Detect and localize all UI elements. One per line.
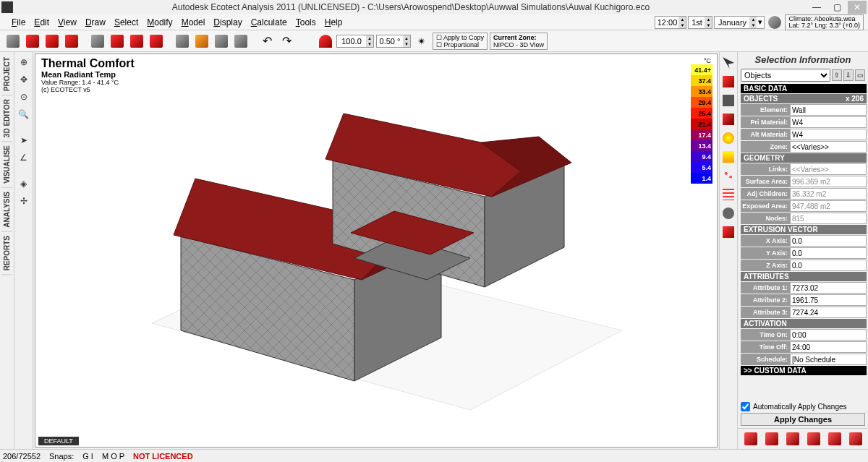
status-gi[interactable]: G I [82,452,93,461]
status-bar: 206/72552 Snaps: G I M O P NOT LICENCED [0,449,868,462]
tool-zoom-icon[interactable]: 🔍 [17,107,31,121]
tool-cube-icon[interactable]: ◈ [17,176,31,191]
bi-5-icon[interactable] [827,431,843,447]
bi-2-icon[interactable] [764,431,780,447]
tool-d-icon[interactable] [174,33,191,50]
window-title: Autodesk Ecotect Analysis 2011 (UNLICENS… [16,2,806,12]
distance-field[interactable]: ▲▼ [336,35,374,48]
prop-attr3[interactable]: 7274.24 [790,307,867,318]
copy-options[interactable]: ☐ Apply to Copy ☐ Proportional [433,33,488,50]
current-zone-box[interactable]: Current Zone: NIPCO - 3D View [490,33,548,50]
menu-draw[interactable]: Draw [81,16,110,29]
menu-help[interactable]: Help [320,16,347,29]
menu-file[interactable]: File [7,16,30,29]
gear-icon[interactable] [720,205,736,221]
save-icon[interactable] [63,33,80,50]
prop-element[interactable]: Wall [790,104,867,116]
prop-x-axis[interactable]: 0.0 [790,235,867,247]
minimize-button[interactable]: — [807,1,826,14]
prop-z-axis[interactable]: 0.0 [790,260,867,271]
tool-layers-icon[interactable] [89,33,106,50]
menu-model[interactable]: Model [177,16,210,29]
shadow-icon[interactable] [720,111,736,127]
grid-icon[interactable] [720,187,736,202]
particles-icon[interactable] [720,168,736,184]
prop-y-axis[interactable]: 0.0 [790,247,867,259]
tool-angle-icon[interactable]: ∠ [17,150,31,165]
section-basic-data[interactable]: BASIC DATA [741,84,867,93]
prop-links[interactable]: <<Varies>> [790,163,867,175]
bi-3-icon[interactable] [785,431,801,447]
new-icon[interactable] [4,33,22,50]
angle-field[interactable]: ▲▼ [376,35,411,48]
close-button[interactable]: ✕ [848,1,867,14]
tab-project[interactable]: PROJECT [1,54,12,95]
tool-cross-icon[interactable]: ✢ [17,194,31,208]
nav-up-button[interactable]: ⇧ [832,69,842,81]
prop-primaterial[interactable]: W4 [790,116,867,128]
tool-g-icon[interactable] [232,33,250,50]
apply-changes-button[interactable]: Apply Changes [741,413,865,426]
material-icon[interactable] [720,74,736,90]
maximize-button[interactable]: ▢ [827,1,846,14]
nav-focus-button[interactable]: ▭ [855,69,865,81]
menu-edit[interactable]: Edit [30,16,54,29]
bi-6-icon[interactable] [848,431,864,447]
prop-zone[interactable]: <<Varies>> [790,141,867,153]
zone-icon[interactable] [720,93,736,108]
status-mop[interactable]: M O P [102,452,124,461]
tab-visualise[interactable]: VISUALISE [1,142,12,188]
left-vertical-tabs: PROJECT3D EDITORVISUALISEANALYSISREPORTS [0,52,14,449]
menu-display[interactable]: Display [209,16,246,29]
prop-attr1[interactable]: 7273.02 [790,282,867,294]
menu-tools[interactable]: Tools [292,16,320,29]
globe-icon[interactable] [766,14,783,31]
tool-arrow-icon[interactable]: ➤ [17,133,31,147]
time-period-field[interactable]: ▲▼ [688,16,712,29]
magnet-icon[interactable] [317,33,334,50]
tool-e-icon[interactable] [193,33,210,50]
tool-b-icon[interactable] [128,33,145,50]
open2-icon[interactable] [43,33,61,50]
section-custom-data[interactable]: >> CUSTOM DATA [741,366,867,375]
tool-dot-icon[interactable]: ⊙ [17,90,31,104]
menu-modify[interactable]: Modify [142,16,176,29]
nav-down-button[interactable]: ⇩ [843,69,854,81]
menu-select[interactable]: Select [110,16,142,29]
prop-attr2[interactable]: 1961.75 [790,294,867,306]
prop-nodes: 815 [790,213,867,224]
undo-icon[interactable]: ↶ [258,33,276,50]
viewport-3d[interactable]: Thermal Comfort Mean Radiant Temp Value … [35,54,718,448]
tab-3d-editor[interactable]: 3D EDITOR [1,95,12,142]
tool-f-icon[interactable] [213,33,230,50]
menu-view[interactable]: View [54,16,81,29]
ray-icon[interactable] [720,149,736,165]
climate-info: Climate: Abeokuta.weaLat: 7.2° Lng: 3.3°… [785,14,864,30]
sun-icon[interactable] [720,130,736,146]
selection-type-dropdown[interactable]: Objects [741,69,830,82]
export-icon[interactable] [720,224,736,240]
tool-a-icon[interactable] [109,33,126,50]
redo-icon[interactable]: ↷ [278,33,295,50]
prop-altmaterial[interactable]: W4 [790,129,867,140]
tab-reports[interactable]: REPORTS [1,232,12,275]
menu-calculate[interactable]: Calculate [247,16,292,29]
prop-schedule[interactable]: [No Schedule [790,354,867,365]
open-icon[interactable] [24,33,41,50]
tool-c-icon[interactable] [148,33,165,50]
prop-time-on[interactable]: 0:00 [790,329,867,341]
tool-move-icon[interactable]: ✥ [17,72,31,87]
cursor-icon[interactable] [720,55,736,71]
bi-1-icon[interactable] [743,431,759,447]
viewport-tab-default[interactable]: DEFAULT [38,437,79,445]
model-render [35,54,717,447]
time-hour-field[interactable]: ▲▼ [655,16,686,29]
tool-target-icon[interactable]: ⊕ [17,55,31,69]
auto-apply-checkbox[interactable]: Automatically Apply Changes [741,402,865,411]
title-bar: Autodesk Ecotect Analysis 2011 (UNLICENS… [0,0,868,14]
axes-icon[interactable]: ✴ [413,33,430,50]
bi-4-icon[interactable] [806,431,822,447]
prop-time-off[interactable]: 24:00 [790,341,867,353]
tab-analysis[interactable]: ANALYSIS [1,188,12,232]
time-month-field[interactable]: ▲▼▾ [714,16,765,29]
